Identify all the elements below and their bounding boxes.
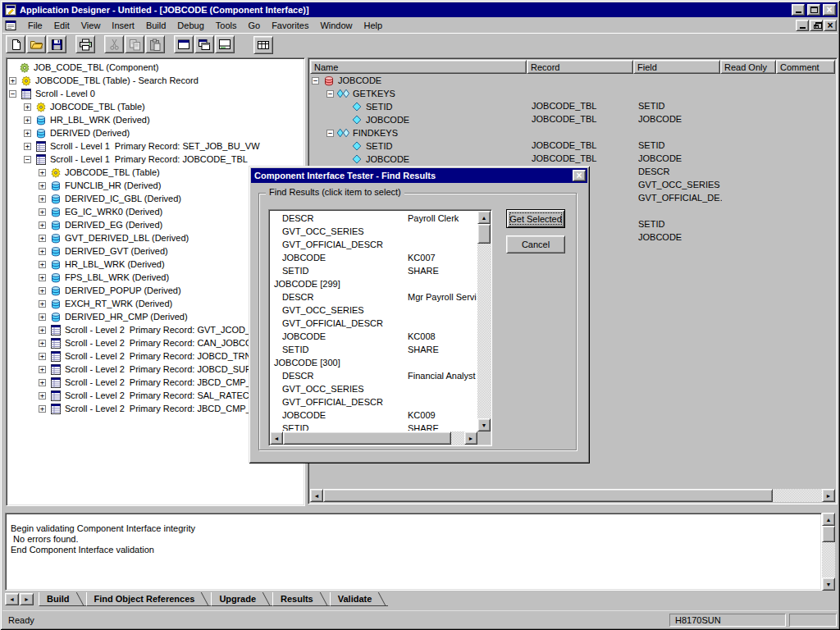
tab-validate[interactable]: Validate bbox=[330, 592, 389, 606]
tree-expander[interactable]: + bbox=[39, 326, 46, 334]
cancel-button[interactable]: Cancel bbox=[506, 235, 565, 253]
scroll-right-button[interactable]: ► bbox=[464, 431, 477, 445]
column-header-field[interactable]: Field bbox=[633, 60, 720, 74]
tree-expander[interactable]: + bbox=[24, 103, 31, 111]
grid-row[interactable]: JOBCODE JOBCODE_TBL JOBCODE bbox=[310, 153, 835, 166]
output-window-button[interactable] bbox=[215, 35, 235, 53]
tree-expander[interactable]: + bbox=[39, 366, 46, 373]
tree-expander[interactable]: + bbox=[39, 274, 46, 281]
menu-file[interactable]: File bbox=[22, 18, 48, 32]
find-result-row[interactable]: DESCR Payroll Clerk bbox=[271, 212, 477, 225]
minimize-button[interactable] bbox=[792, 4, 805, 16]
tree-item[interactable]: + DERIVED (Derived) bbox=[7, 126, 304, 139]
properties-window-button[interactable] bbox=[174, 35, 194, 53]
find-result-row[interactable]: JOBCODE KC007 bbox=[271, 251, 477, 264]
menu-view[interactable]: View bbox=[75, 18, 107, 32]
grid-row[interactable]: − JOBCODE bbox=[310, 74, 835, 87]
find-result-row[interactable]: DESCR Mgr Payroll Servic.. bbox=[271, 290, 477, 304]
grid-expander[interactable]: − bbox=[326, 90, 334, 98]
tab-results[interactable]: Results bbox=[272, 592, 330, 606]
tree-item[interactable]: + Scroll - Level 1 Primary Record: SET_J… bbox=[7, 139, 304, 153]
tree-expander[interactable]: + bbox=[39, 379, 46, 386]
save-button[interactable] bbox=[47, 35, 66, 53]
scrollbar-thumb[interactable] bbox=[822, 526, 835, 542]
tab-scroll-left-button[interactable]: ◄ bbox=[5, 593, 19, 605]
find-result-row[interactable]: SETID SHARE bbox=[271, 422, 477, 431]
tree-expander[interactable]: + bbox=[9, 77, 16, 84]
tree-expander[interactable]: + bbox=[39, 313, 46, 321]
find-result-row[interactable]: JOBCODE [300] bbox=[271, 356, 477, 369]
grid-row[interactable]: − FINDKEYS bbox=[310, 126, 835, 139]
menu-window[interactable]: Window bbox=[314, 18, 358, 32]
toolbar-grid-button[interactable] bbox=[253, 36, 273, 54]
tree-item[interactable]: − Scroll - Level 1 Primary Record: JOBCO… bbox=[7, 153, 304, 166]
find-result-row[interactable]: SETID SHARE bbox=[271, 343, 477, 356]
find-result-row[interactable]: DESCR Financial Analyst bbox=[271, 369, 477, 382]
scroll-right-button[interactable]: ► bbox=[822, 489, 835, 502]
tree-item[interactable]: − Scroll - Level 0 bbox=[7, 87, 304, 100]
scroll-up-button[interactable]: ▲ bbox=[822, 513, 835, 526]
mdi-restore-button[interactable] bbox=[810, 20, 823, 31]
tree-expander[interactable]: + bbox=[39, 405, 46, 413]
menu-favorites[interactable]: Favorites bbox=[266, 18, 314, 32]
scroll-up-button[interactable]: ▲ bbox=[477, 211, 491, 224]
find-result-row[interactable]: GVT_OFFICIAL_DESCR bbox=[271, 317, 477, 330]
tree-expander[interactable]: + bbox=[39, 169, 46, 176]
menu-debug[interactable]: Debug bbox=[171, 18, 209, 32]
tree-expander[interactable]: + bbox=[39, 340, 46, 347]
tree-expander[interactable]: + bbox=[39, 261, 46, 268]
scroll-down-button[interactable]: ▼ bbox=[477, 418, 491, 431]
tree-expander[interactable]: + bbox=[24, 143, 31, 150]
list-vertical-scrollbar[interactable]: ▲ ▼ bbox=[477, 211, 491, 431]
maximize-button[interactable] bbox=[807, 4, 820, 16]
tree-item[interactable]: + JOBCODE_TBL (Table) bbox=[7, 100, 304, 113]
grid-row[interactable]: SETID JOBCODE_TBL SETID bbox=[310, 139, 835, 153]
tab-scroll-right-button[interactable]: ► bbox=[20, 593, 34, 605]
find-result-row[interactable]: JOBCODE KC008 bbox=[271, 330, 477, 343]
column-header-name[interactable]: Name bbox=[310, 60, 527, 74]
close-button[interactable]: × bbox=[823, 4, 836, 16]
tree-expander[interactable]: + bbox=[39, 221, 46, 229]
scrollbar-thumb[interactable] bbox=[323, 489, 773, 502]
tree-expander[interactable]: − bbox=[24, 156, 31, 163]
tree-expander[interactable]: − bbox=[9, 90, 16, 98]
grid-expander[interactable]: − bbox=[326, 130, 334, 137]
find-result-row[interactable]: GVT_OCC_SERIES bbox=[271, 304, 477, 317]
tab-build[interactable]: Build bbox=[39, 592, 86, 606]
grid-row[interactable]: − GETKEYS bbox=[310, 87, 835, 100]
tree-expander[interactable]: + bbox=[39, 287, 46, 294]
tree-expander[interactable]: + bbox=[39, 248, 46, 255]
find-result-row[interactable]: GVT_OCC_SERIES bbox=[271, 382, 477, 395]
find-result-row[interactable]: JOBCODE KC009 bbox=[271, 409, 477, 422]
tree-expander[interactable]: + bbox=[39, 392, 46, 399]
find-result-row[interactable]: GVT_OFFICIAL_DESCR bbox=[271, 395, 477, 409]
open-folder-button[interactable] bbox=[26, 35, 46, 53]
tab-find-object-references[interactable]: Find Object References bbox=[86, 592, 212, 606]
find-results-list[interactable]: DESCR Payroll Clerk GVT_OCC_SERIES GVT_O… bbox=[268, 209, 492, 446]
menu-help[interactable]: Help bbox=[358, 18, 389, 32]
menu-go[interactable]: Go bbox=[242, 18, 266, 32]
menu-insert[interactable]: Insert bbox=[106, 18, 140, 32]
scroll-left-button[interactable]: ◄ bbox=[270, 431, 283, 445]
print-button[interactable] bbox=[75, 35, 95, 53]
column-header-read-only[interactable]: Read Only bbox=[720, 60, 776, 74]
find-result-row[interactable]: GVT_OCC_SERIES bbox=[271, 225, 477, 238]
tree-expander[interactable]: + bbox=[24, 116, 31, 124]
tab-upgrade[interactable]: Upgrade bbox=[211, 592, 272, 606]
scrollbar-thumb[interactable] bbox=[283, 431, 451, 445]
tree-expander[interactable]: + bbox=[39, 300, 46, 308]
mdi-minimize-button[interactable] bbox=[796, 20, 809, 31]
output-vertical-scrollbar[interactable]: ▲ ▼ bbox=[822, 513, 835, 591]
tree-expander[interactable]: + bbox=[39, 208, 46, 216]
find-result-row[interactable]: GVT_OFFICIAL_DESCR bbox=[271, 238, 477, 251]
find-result-row[interactable]: SETID SHARE bbox=[271, 264, 477, 277]
find-result-row[interactable]: JOBCODE [299] bbox=[271, 277, 477, 290]
grid-row[interactable]: SETID JOBCODE_TBL SETID bbox=[310, 100, 835, 113]
object-workspace-button[interactable] bbox=[194, 35, 214, 53]
list-horizontal-scrollbar[interactable]: ◄ ► bbox=[270, 431, 477, 445]
grid-expander[interactable]: − bbox=[312, 77, 319, 84]
menu-build[interactable]: Build bbox=[140, 18, 171, 32]
tree-item[interactable]: + HR_LBL_WRK (Derived) bbox=[7, 113, 304, 126]
scrollbar-thumb[interactable] bbox=[477, 224, 491, 244]
new-document-button[interactable] bbox=[6, 35, 25, 53]
